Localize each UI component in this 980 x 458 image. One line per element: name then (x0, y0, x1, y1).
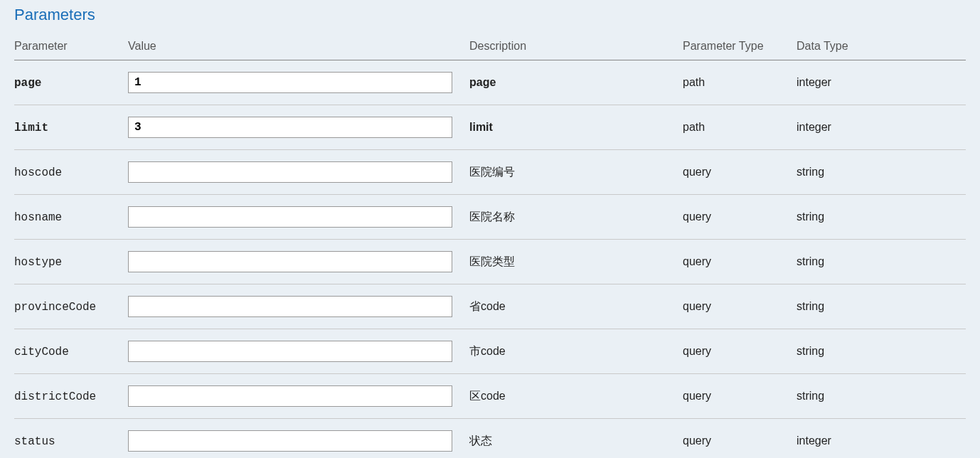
param-name: status (14, 435, 55, 448)
header-data-type: Data Type (797, 33, 966, 60)
param-type: query (683, 195, 797, 240)
parameters-table: Parameter Value Description Parameter Ty… (14, 33, 966, 458)
data-type: integer (797, 60, 966, 105)
param-value-input-status[interactable] (128, 430, 452, 452)
param-name: page (14, 77, 41, 90)
table-row: hosname医院名称querystring (14, 195, 966, 240)
parameters-heading: Parameters (14, 6, 966, 24)
table-row: limitlimitpathinteger (14, 105, 966, 150)
param-type: path (683, 105, 797, 150)
header-parameter: Parameter (14, 33, 128, 60)
table-row: cityCode市codequerystring (14, 329, 966, 374)
param-type: query (683, 419, 797, 459)
data-type: string (797, 329, 966, 374)
param-value-input-hoscode[interactable] (128, 161, 452, 183)
param-type: query (683, 240, 797, 284)
header-value: Value (128, 33, 469, 60)
table-row: status状态queryinteger (14, 419, 966, 459)
param-value-input-cityCode[interactable] (128, 341, 452, 362)
param-value-input-hosname[interactable] (128, 206, 452, 228)
param-description: 区code (469, 374, 683, 419)
data-type: string (797, 284, 966, 329)
param-value-input-districtCode[interactable] (128, 385, 452, 407)
table-row: districtCode区codequerystring (14, 374, 966, 419)
table-row: pagepagepathinteger (14, 60, 966, 105)
data-type: integer (797, 105, 966, 150)
data-type: string (797, 240, 966, 284)
table-row: provinceCode省codequerystring (14, 284, 966, 329)
param-name: cityCode (14, 346, 69, 358)
param-type: query (683, 329, 797, 374)
param-type: path (683, 60, 797, 105)
param-value-input-provinceCode[interactable] (128, 296, 452, 317)
param-name: hosname (14, 211, 62, 224)
table-row: hostype医院类型querystring (14, 240, 966, 284)
header-parameter-type: Parameter Type (683, 33, 797, 60)
param-value-input-page[interactable] (128, 72, 452, 93)
param-description: 医院类型 (469, 240, 683, 284)
parameters-tbody: pagepagepathintegerlimitlimitpathinteger… (14, 60, 966, 459)
param-description: 医院编号 (469, 150, 683, 195)
param-name: districtCode (14, 390, 96, 403)
param-description: 医院名称 (469, 195, 683, 240)
param-description: 市code (469, 329, 683, 374)
param-value-input-limit[interactable] (128, 117, 452, 138)
param-description: page (469, 60, 683, 105)
param-description: limit (469, 105, 683, 150)
header-description: Description (469, 33, 683, 60)
param-name: provinceCode (14, 301, 96, 314)
param-name: hostype (14, 256, 62, 269)
data-type: string (797, 150, 966, 195)
param-description: 状态 (469, 419, 683, 459)
data-type: integer (797, 419, 966, 459)
param-type: query (683, 150, 797, 195)
param-description: 省code (469, 284, 683, 329)
param-name: limit (14, 122, 48, 134)
data-type: string (797, 195, 966, 240)
param-name: hoscode (14, 166, 62, 179)
param-type: query (683, 284, 797, 329)
data-type: string (797, 374, 966, 419)
table-row: hoscode医院编号querystring (14, 150, 966, 195)
param-type: query (683, 374, 797, 419)
param-value-input-hostype[interactable] (128, 251, 452, 272)
